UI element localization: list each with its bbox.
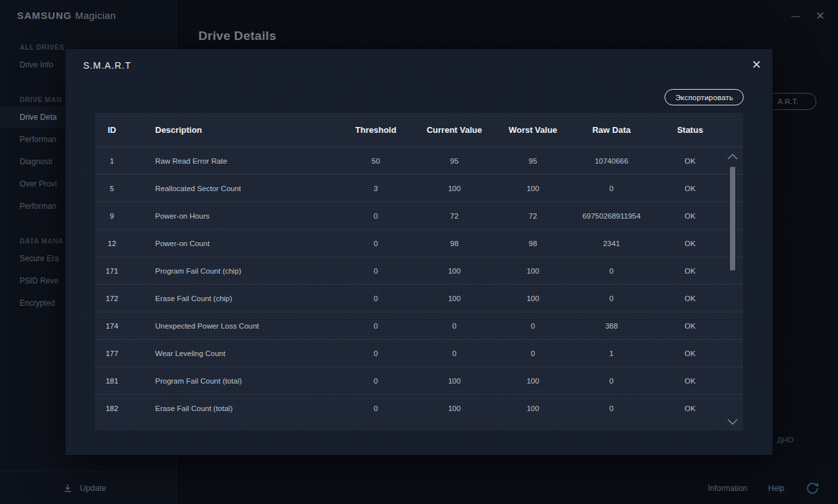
table-cell: 100: [494, 185, 572, 192]
table-cell: 50: [337, 157, 415, 165]
table-cell: 72: [415, 212, 494, 220]
table-row[interactable]: 181Program Fail Count (total)01001000OK: [95, 367, 743, 394]
table-scrollbar[interactable]: [727, 151, 738, 425]
table-cell: OK: [651, 295, 729, 302]
table-cell: 100: [494, 267, 572, 275]
table-cell: 0: [494, 322, 572, 330]
smart-table-body: 1Raw Read Error Rate50959510740666OK5Rea…: [95, 147, 743, 422]
table-cell: 0: [572, 405, 651, 412]
column-header: Status: [651, 125, 729, 135]
table-cell: 0: [572, 185, 651, 192]
column-header: Threshold: [337, 125, 415, 135]
table-cell: Erase Fail Count (total): [129, 405, 337, 412]
table-cell: 95: [494, 157, 572, 165]
table-cell: OK: [651, 405, 729, 412]
scrollbar-thumb[interactable]: [730, 167, 735, 270]
app-window: SAMSUNGMagician ALL DRIVESDrive InfoDRIV…: [0, 0, 838, 504]
column-header: Raw Data: [572, 125, 651, 135]
column-header: ID: [95, 125, 129, 135]
table-cell: 0: [337, 212, 415, 220]
table-row[interactable]: 177Wear Leveling Count0001OK: [95, 339, 743, 367]
table-cell: OK: [651, 212, 729, 220]
table-cell: 388: [572, 322, 651, 330]
table-cell: Power-on Hours: [129, 212, 337, 220]
modal-title: S.M.A.R.T: [83, 60, 132, 71]
table-row[interactable]: 172Erase Fail Count (chip)01001000OK: [95, 284, 743, 312]
table-cell: 172: [95, 295, 129, 302]
smart-modal: S.M.A.R.T ✕ Экспортировать IDDescription…: [65, 49, 773, 455]
smart-table: IDDescriptionThresholdCurrent ValueWorst…: [95, 113, 743, 431]
table-row[interactable]: 5Reallocated Sector Count31001000OK: [95, 174, 743, 202]
table-cell: 72: [494, 212, 572, 220]
table-cell: OK: [651, 240, 729, 247]
smart-table-header: IDDescriptionThresholdCurrent ValueWorst…: [95, 113, 743, 147]
table-cell: 0: [337, 240, 415, 247]
table-cell: Reallocated Sector Count: [129, 185, 337, 192]
table-cell: 181: [95, 377, 129, 385]
table-cell: OK: [651, 267, 729, 275]
table-cell: 2341: [572, 240, 651, 247]
table-cell: 100: [415, 185, 494, 192]
table-cell: 100: [494, 405, 572, 412]
table-cell: Power-on Count: [129, 240, 337, 247]
table-cell: 98: [415, 240, 494, 247]
table-cell: OK: [651, 377, 729, 385]
table-row[interactable]: 171Program Fail Count (chip)01001000OK: [95, 257, 743, 284]
table-cell: 0: [572, 295, 651, 302]
column-header: Description: [129, 125, 337, 135]
table-cell: 98: [494, 240, 572, 247]
modal-close-icon[interactable]: ✕: [752, 58, 761, 72]
table-cell: OK: [651, 157, 729, 165]
table-cell: 100: [415, 267, 494, 275]
table-cell: Wear Leveling Count: [129, 350, 337, 357]
table-row[interactable]: 174Unexpected Power Loss Count000388OK: [95, 312, 743, 339]
table-cell: 0: [337, 295, 415, 302]
table-cell: 177: [95, 350, 129, 357]
table-cell: 171: [95, 267, 129, 275]
table-cell: Erase Fail Count (chip): [129, 295, 337, 302]
table-cell: OK: [651, 185, 729, 192]
table-cell: 1: [572, 350, 651, 357]
scrollbar-track[interactable]: [730, 163, 735, 413]
table-cell: OK: [651, 322, 729, 330]
table-row[interactable]: 9Power-on Hours0727269750268911954OK: [95, 202, 743, 229]
table-cell: 3: [337, 185, 415, 192]
table-cell: 0: [337, 377, 415, 385]
scroll-down-icon[interactable]: [727, 417, 738, 425]
table-cell: 0: [337, 405, 415, 412]
table-cell: 12: [95, 240, 129, 247]
table-cell: Raw Read Error Rate: [129, 157, 337, 165]
table-cell: 0: [415, 322, 494, 330]
table-row[interactable]: 182Erase Fail Count (total)01001000OK: [95, 394, 743, 422]
column-header: Current Value: [415, 125, 494, 135]
table-cell: 182: [95, 405, 129, 412]
table-row[interactable]: 1Raw Read Error Rate50959510740666OK: [95, 147, 743, 174]
table-cell: 0: [337, 267, 415, 275]
table-cell: 0: [494, 350, 572, 357]
table-cell: 100: [415, 295, 494, 302]
table-cell: 5: [95, 185, 129, 192]
table-cell: 1: [95, 157, 129, 165]
table-cell: 95: [415, 157, 494, 165]
table-cell: 0: [415, 350, 494, 357]
table-cell: Unexpected Power Loss Count: [129, 322, 337, 330]
table-cell: 10740666: [572, 157, 651, 165]
table-cell: OK: [651, 350, 729, 357]
table-cell: 69750268911954: [572, 212, 651, 220]
table-cell: 0: [337, 322, 415, 330]
table-cell: 100: [415, 405, 494, 412]
table-cell: 0: [337, 350, 415, 357]
table-cell: 0: [572, 267, 651, 275]
column-header: Worst Value: [494, 125, 572, 135]
export-button[interactable]: Экспортировать: [665, 89, 744, 105]
table-cell: 100: [494, 295, 572, 302]
table-cell: 9: [95, 212, 129, 220]
table-cell: 174: [95, 322, 129, 330]
table-row[interactable]: 12Power-on Count098982341OK: [95, 229, 743, 257]
table-cell: 100: [415, 377, 494, 385]
table-cell: 100: [494, 377, 572, 385]
table-cell: 0: [572, 377, 651, 385]
scroll-up-icon[interactable]: [727, 151, 738, 159]
table-cell: Program Fail Count (total): [129, 377, 337, 385]
table-cell: Program Fail Count (chip): [129, 267, 337, 275]
